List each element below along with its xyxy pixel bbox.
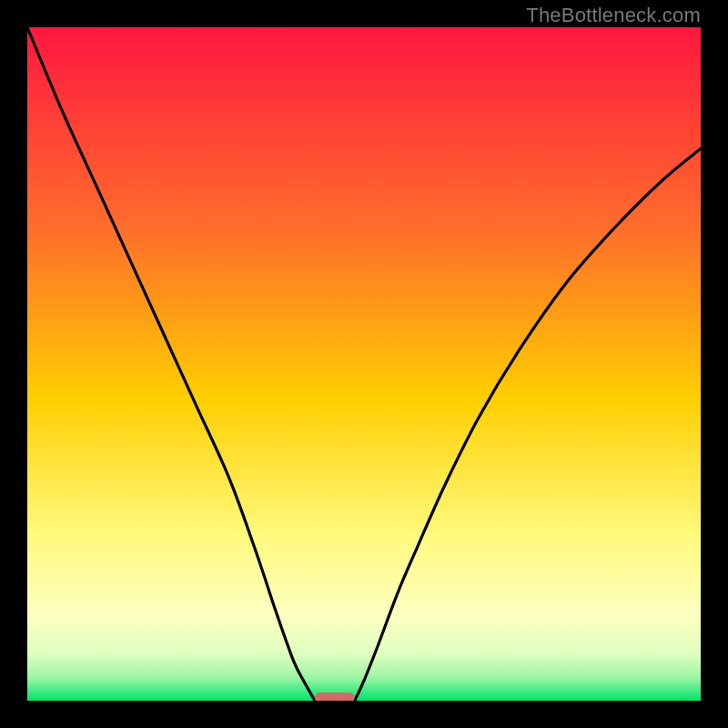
- plot-area: [27, 27, 701, 701]
- chart-svg: [27, 27, 701, 701]
- gradient-background: [27, 27, 701, 701]
- chart-frame: TheBottleneck.com: [0, 0, 728, 728]
- watermark-text: TheBottleneck.com: [526, 4, 701, 27]
- flat-marker: [315, 693, 355, 701]
